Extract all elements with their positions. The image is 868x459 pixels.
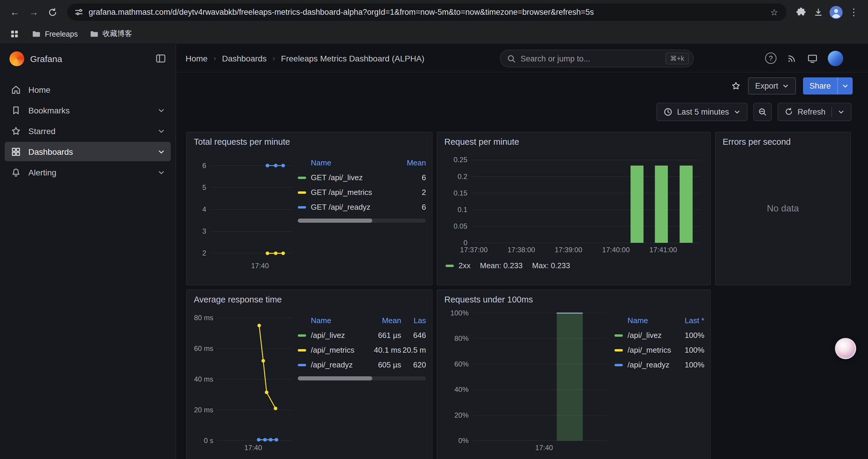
bookmark-label: Freeleaps xyxy=(45,30,78,38)
svg-text:0.25: 0.25 xyxy=(454,156,467,164)
share-button[interactable]: Share xyxy=(803,77,852,94)
chevron-down-icon xyxy=(782,83,789,89)
sidebar-item-dashboards[interactable]: Dashboards xyxy=(5,142,171,161)
panel-title[interactable]: Total requests per minute xyxy=(187,132,432,148)
sidebar-item-label: Bookmarks xyxy=(28,105,70,115)
sidebar-item-alerting[interactable]: Alerting xyxy=(5,162,171,182)
time-range-label: Last 5 minutes xyxy=(677,107,729,116)
help-icon[interactable]: ? xyxy=(765,53,776,64)
series-last: 646 xyxy=(401,331,426,340)
scrollbar-thumb[interactable] xyxy=(298,219,372,223)
legend-scrollbar[interactable] xyxy=(298,376,426,381)
breadcrumb-current: Freeleaps Metrics Dashboard (ALPHA) xyxy=(281,54,425,63)
brand-name: Grafana xyxy=(30,54,150,64)
chevron-down-icon xyxy=(158,107,165,114)
time-toolbar: Last 5 minutes Refresh xyxy=(176,99,868,125)
svg-text:80%: 80% xyxy=(454,334,469,342)
search-input[interactable]: Search or jump to... ⌘+k xyxy=(500,50,694,67)
legend-row[interactable]: /api/_metrics 100% xyxy=(615,342,704,357)
forward-icon[interactable]: → xyxy=(25,3,42,21)
browser-menu-icon[interactable]: ⋮ xyxy=(845,4,862,21)
svg-text:17:40: 17:40 xyxy=(251,262,269,270)
no-data-message: No data xyxy=(716,148,850,269)
legend-row[interactable]: GET /api/_metrics 2 xyxy=(298,185,426,200)
legend-row[interactable]: /api/_metrics 40.1 ms 20.5 m xyxy=(298,342,426,357)
legend-row[interactable]: /api/_readyz 605 µs 620 xyxy=(298,357,426,372)
scrollbar-thumb[interactable] xyxy=(298,376,372,381)
svg-text:17:38:00: 17:38:00 xyxy=(507,246,535,254)
series-color-dash xyxy=(298,206,306,208)
bookmark-folder-freeleaps[interactable]: Freeleaps xyxy=(32,30,78,38)
zoom-out-button[interactable] xyxy=(753,102,771,121)
export-button[interactable]: Export xyxy=(748,77,796,94)
refresh-interval-chevron-icon[interactable] xyxy=(838,108,844,115)
reload-icon[interactable] xyxy=(44,3,61,21)
col-name-header[interactable]: Name xyxy=(298,158,398,167)
col-mean-header[interactable]: Mean xyxy=(367,316,401,325)
back-icon[interactable]: ← xyxy=(6,3,24,21)
sidebar-item-home[interactable]: Home xyxy=(5,80,171,99)
news-rss-icon[interactable] xyxy=(786,53,797,64)
series-name: /api/_livez xyxy=(311,331,367,340)
series-color-dash xyxy=(615,349,623,351)
panel-title[interactable]: Average response time xyxy=(187,290,432,305)
grafana-sidebar: Grafana Home Bookmarks Starred xyxy=(0,44,176,459)
sidebar-item-bookmarks[interactable]: Bookmarks xyxy=(5,100,171,120)
average-response-time-chart[interactable]: 80 ms60 ms40 ms20 ms0 s17:40 xyxy=(193,305,298,453)
sidebar-collapse-icon[interactable] xyxy=(155,53,166,64)
legend-table-header: Name Mean Las xyxy=(298,316,426,325)
kiosk-monitor-icon[interactable] xyxy=(807,53,818,64)
series-mean-stat: Mean: 0.233 xyxy=(480,261,523,270)
series-color-dash xyxy=(298,364,306,366)
legend-row[interactable]: /api/_readyz 100% xyxy=(615,357,704,372)
col-name-header[interactable]: Name xyxy=(298,316,367,325)
panel-title[interactable]: Request per minute xyxy=(437,132,710,148)
svg-text:0.1: 0.1 xyxy=(458,205,467,214)
legend-row[interactable]: GET /api/_readyz 6 xyxy=(298,200,426,215)
col-mean-header[interactable]: Mean xyxy=(398,158,426,167)
profile-avatar[interactable] xyxy=(828,4,844,21)
floating-assistant-avatar[interactable] xyxy=(835,338,856,359)
panel-title[interactable]: Requests under 100ms xyxy=(437,290,710,305)
sidebar-item-label: Home xyxy=(28,85,51,94)
series-mean: 661 µs xyxy=(367,331,401,340)
col-last-header[interactable]: Las xyxy=(401,316,426,325)
breadcrumb-dashboards[interactable]: Dashboards xyxy=(222,54,267,63)
extensions-icon[interactable] xyxy=(793,4,809,21)
legend-row[interactable]: /api/_livez 100% xyxy=(615,328,704,342)
request-per-minute-chart[interactable]: 0.250.20.150.10.05017:37:0017:38:0017:39… xyxy=(444,148,704,258)
series-last: 20.5 m xyxy=(401,346,426,355)
series-name[interactable]: 2xx xyxy=(459,261,470,270)
refresh-divider xyxy=(831,107,832,117)
series-mean: 6 xyxy=(398,173,426,182)
col-last-header[interactable]: Last * xyxy=(676,316,704,325)
series-mean: 605 µs xyxy=(367,360,401,369)
total-requests-chart[interactable]: 6543217:40 xyxy=(193,148,298,273)
panel-title[interactable]: Errors per second xyxy=(716,132,850,148)
favorite-star-icon[interactable] xyxy=(731,80,741,91)
address-bar[interactable]: grafana.mathmast.com/d/deytv4rwavabkb/fr… xyxy=(67,4,786,21)
svg-text:40 ms: 40 ms xyxy=(194,375,213,383)
keyboard-shortcut-badge: ⌘+k xyxy=(665,53,689,64)
time-range-picker[interactable]: Last 5 minutes xyxy=(656,102,747,121)
legend-row[interactable]: /api/_livez 661 µs 646 xyxy=(298,328,426,342)
search-placeholder: Search or jump to... xyxy=(521,54,665,63)
bookmark-folder-blogs[interactable]: 收藏博客 xyxy=(90,29,132,39)
col-name-header[interactable]: Name xyxy=(615,316,676,325)
sidebar-item-starred[interactable]: Starred xyxy=(5,121,171,140)
legend-scrollbar[interactable] xyxy=(298,219,426,223)
legend-row[interactable]: GET /api/_livez 6 xyxy=(298,170,426,185)
apps-grid-icon[interactable] xyxy=(8,26,20,42)
requests-under-100ms-chart[interactable]: 100%80%60%40%20%0%17:40 xyxy=(443,305,615,453)
svg-text:2: 2 xyxy=(203,249,206,257)
url-text[interactable]: grafana.mathmast.com/d/deytv4rwavabkb/fr… xyxy=(89,8,769,17)
user-avatar[interactable] xyxy=(828,51,843,66)
grafana-logo[interactable] xyxy=(9,51,24,66)
share-chevron-icon[interactable] xyxy=(842,83,848,89)
refresh-button[interactable]: Refresh xyxy=(777,102,851,121)
folder-icon xyxy=(32,30,41,38)
bookmark-page-star-icon[interactable]: ☆ xyxy=(769,7,779,18)
site-settings-icon[interactable] xyxy=(74,8,83,17)
breadcrumb-home[interactable]: Home xyxy=(186,54,208,63)
downloads-icon[interactable] xyxy=(810,4,827,21)
